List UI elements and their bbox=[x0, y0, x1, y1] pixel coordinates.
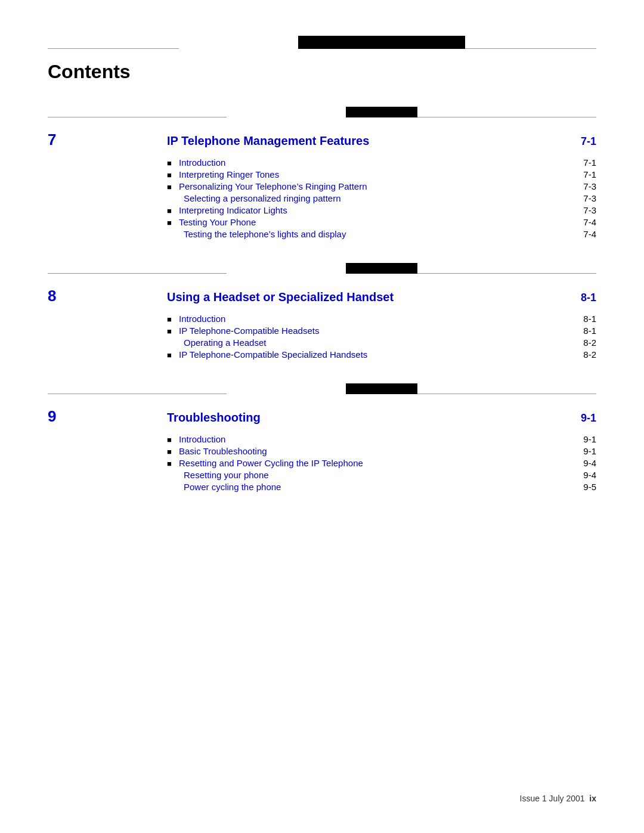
toc-bullet-1-0: ■ bbox=[167, 315, 179, 324]
chapter-8-divider bbox=[48, 263, 596, 274]
toc-entry-2-2: ■Resetting and Power Cycling the IP Tele… bbox=[167, 458, 596, 468]
toc-bullet-2-2: ■ bbox=[167, 459, 179, 468]
chapter-9-entries: ■Introduction9-1■Basic Troubleshooting9-… bbox=[48, 434, 596, 492]
toc-bullet-0-5: ■ bbox=[167, 218, 179, 227]
toc-sub-label-2-4[interactable]: Power cycling the phone bbox=[184, 482, 549, 492]
chapter-8: 8Using a Headset or Specialized Handset8… bbox=[48, 263, 596, 360]
toc-entry-0-4: ■Interpreting Indicator Lights7-3 bbox=[167, 205, 596, 215]
toc-label-2-1[interactable]: Basic Troubleshooting bbox=[179, 446, 549, 456]
toc-page-0-0: 7-1 bbox=[549, 157, 596, 168]
page-title: Contents bbox=[48, 61, 596, 83]
header-line-right bbox=[465, 48, 596, 49]
toc-bullet-0-0: ■ bbox=[167, 159, 179, 168]
toc-page-0-5: 7-4 bbox=[549, 217, 596, 227]
toc-sub-entry-0-6: Testing the telephone’s lights and displ… bbox=[167, 229, 596, 239]
toc-page-1-0: 8-1 bbox=[549, 314, 596, 324]
toc-entry-1-3: ■IP Telephone-Compatible Specialized Han… bbox=[167, 349, 596, 360]
toc-sub-page-1-2: 8-2 bbox=[549, 337, 596, 348]
chapter-7-header: 7IP Telephone Management Features7-1 bbox=[48, 125, 596, 149]
footer-page: ix bbox=[589, 794, 596, 803]
chapter-8-black-bar bbox=[346, 263, 417, 274]
toc-entry-1-0: ■Introduction8-1 bbox=[167, 314, 596, 324]
chapter-7-line-right bbox=[417, 117, 596, 117]
toc-label-0-2[interactable]: Personalizing Your Telephone’s Ringing P… bbox=[179, 181, 549, 191]
toc-label-1-1[interactable]: IP Telephone-Compatible Headsets bbox=[179, 326, 549, 336]
toc-sub-page-0-6: 7-4 bbox=[549, 229, 596, 239]
toc-page-2-1: 9-1 bbox=[549, 446, 596, 456]
chapter-9-page: 9-1 bbox=[549, 412, 596, 425]
chapter-9-line-left bbox=[48, 394, 227, 394]
chapter-8-title[interactable]: Using a Headset or Specialized Handset bbox=[167, 290, 549, 304]
toc-bullet-2-1: ■ bbox=[167, 447, 179, 456]
toc-bullet-0-4: ■ bbox=[167, 206, 179, 215]
chapter-9: 9Troubleshooting9-1■Introduction9-1■Basi… bbox=[48, 383, 596, 492]
toc-sub-label-2-3[interactable]: Resetting your phone bbox=[184, 470, 549, 480]
chapter-8-line-left bbox=[48, 273, 227, 274]
toc-entry-2-0: ■Introduction9-1 bbox=[167, 434, 596, 444]
toc-sub-entry-2-3: Resetting your phone9-4 bbox=[167, 470, 596, 480]
toc-entry-0-0: ■Introduction7-1 bbox=[167, 157, 596, 168]
toc-label-1-3[interactable]: IP Telephone-Compatible Specialized Hand… bbox=[179, 349, 549, 360]
toc-entry-1-1: ■IP Telephone-Compatible Headsets8-1 bbox=[167, 326, 596, 336]
toc-label-0-1[interactable]: Interpreting Ringer Tones bbox=[179, 169, 549, 179]
toc-sub-entry-1-2: Operating a Headset8-2 bbox=[167, 337, 596, 348]
toc-sub-label-1-2[interactable]: Operating a Headset bbox=[184, 337, 549, 348]
toc-sub-label-0-3[interactable]: Selecting a personalized ringing pattern bbox=[184, 193, 549, 203]
chapter-9-header: 9Troubleshooting9-1 bbox=[48, 401, 596, 426]
chapter-7: 7IP Telephone Management Features7-1■Int… bbox=[48, 107, 596, 239]
toc-page-0-1: 7-1 bbox=[549, 169, 596, 179]
toc-label-1-0[interactable]: Introduction bbox=[179, 314, 549, 324]
toc-sub-entry-2-4: Power cycling the phone9-5 bbox=[167, 482, 596, 492]
footer-text: Issue 1 July 2001 bbox=[520, 794, 585, 803]
toc-entry-2-1: ■Basic Troubleshooting9-1 bbox=[167, 446, 596, 456]
chapter-8-line-right bbox=[417, 273, 596, 274]
chapter-7-number: 7 bbox=[48, 131, 119, 149]
toc-sub-page-2-4: 9-5 bbox=[549, 482, 596, 492]
toc-sub-page-0-3: 7-3 bbox=[549, 193, 596, 203]
chapter-9-line-right bbox=[417, 394, 596, 394]
toc-entry-0-5: ■Testing Your Phone7-4 bbox=[167, 217, 596, 227]
toc-bullet-1-1: ■ bbox=[167, 327, 179, 336]
chapter-9-black-bar bbox=[346, 383, 417, 394]
chapter-7-divider bbox=[48, 107, 596, 117]
toc-page-0-2: 7-3 bbox=[549, 181, 596, 191]
toc-page-2-2: 9-4 bbox=[549, 458, 596, 468]
toc-label-2-2[interactable]: Resetting and Power Cycling the IP Telep… bbox=[179, 458, 549, 468]
header-line-left bbox=[48, 48, 179, 49]
chapter-7-page: 7-1 bbox=[549, 135, 596, 148]
toc-sub-page-2-3: 9-4 bbox=[549, 470, 596, 480]
top-header bbox=[48, 36, 596, 49]
toc-sub-label-0-6[interactable]: Testing the telephone’s lights and displ… bbox=[184, 229, 549, 239]
toc-label-0-0[interactable]: Introduction bbox=[179, 157, 549, 168]
toc-sub-entry-0-3: Selecting a personalized ringing pattern… bbox=[167, 193, 596, 203]
footer: Issue 1 July 2001 ix bbox=[520, 794, 596, 803]
toc-page-0-4: 7-3 bbox=[549, 205, 596, 215]
toc-entry-0-2: ■Personalizing Your Telephone’s Ringing … bbox=[167, 181, 596, 191]
toc-bullet-1-3: ■ bbox=[167, 351, 179, 360]
header-black-bar bbox=[298, 36, 465, 49]
chapter-8-header: 8Using a Headset or Specialized Handset8… bbox=[48, 281, 596, 305]
page: Contents 7IP Telephone Management Featur… bbox=[0, 0, 644, 833]
chapters-container: 7IP Telephone Management Features7-1■Int… bbox=[48, 107, 596, 492]
toc-bullet-2-0: ■ bbox=[167, 435, 179, 444]
chapter-9-divider bbox=[48, 383, 596, 394]
toc-page-1-1: 8-1 bbox=[549, 326, 596, 336]
chapter-7-entries: ■Introduction7-1■Interpreting Ringer Ton… bbox=[48, 157, 596, 239]
chapter-9-number: 9 bbox=[48, 407, 119, 426]
chapter-8-page: 8-1 bbox=[549, 292, 596, 304]
chapter-8-number: 8 bbox=[48, 287, 119, 305]
chapter-7-title[interactable]: IP Telephone Management Features bbox=[167, 134, 549, 148]
toc-entry-0-1: ■Interpreting Ringer Tones7-1 bbox=[167, 169, 596, 179]
toc-page-2-0: 9-1 bbox=[549, 434, 596, 444]
toc-label-0-5[interactable]: Testing Your Phone bbox=[179, 217, 549, 227]
toc-bullet-0-1: ■ bbox=[167, 171, 179, 179]
toc-label-2-0[interactable]: Introduction bbox=[179, 434, 549, 444]
chapter-7-line-left bbox=[48, 117, 227, 117]
chapter-7-black-bar bbox=[346, 107, 417, 117]
toc-label-0-4[interactable]: Interpreting Indicator Lights bbox=[179, 205, 549, 215]
toc-page-1-3: 8-2 bbox=[549, 349, 596, 360]
chapter-8-entries: ■Introduction8-1■IP Telephone-Compatible… bbox=[48, 314, 596, 360]
toc-bullet-0-2: ■ bbox=[167, 182, 179, 191]
chapter-9-title[interactable]: Troubleshooting bbox=[167, 411, 549, 425]
